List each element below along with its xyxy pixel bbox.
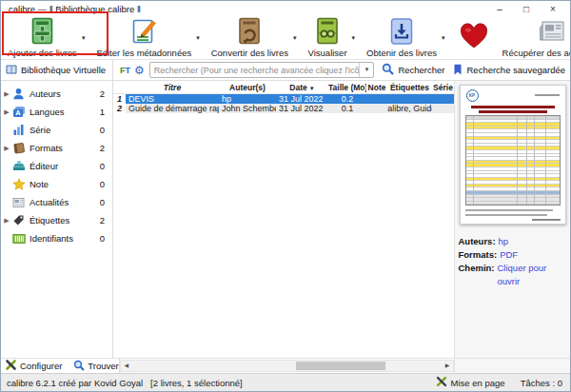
sidebar-item-news[interactable]: Actualités0 <box>1 193 112 211</box>
search-history-dropdown[interactable]: ▼ <box>359 63 373 77</box>
dropdown-arrow-icon[interactable]: ▾ <box>293 34 297 42</box>
expand-arrow-icon[interactable]: ▶ <box>3 217 10 225</box>
column-header-Étiquettes[interactable]: Étiquettes <box>387 83 432 92</box>
add-book-icon <box>30 19 55 49</box>
get-books-button-body: Obtenir des livres <box>366 19 437 58</box>
sidebar-item-publisher[interactable]: Éditeur0 <box>1 157 112 175</box>
dropdown-arrow-icon[interactable]: ▾ <box>442 34 445 42</box>
configure-button[interactable]: Configurer <box>5 359 62 373</box>
scrollbar-track[interactable] <box>132 361 442 371</box>
convert-books-button-body: Convertir des livres <box>211 19 288 58</box>
column-header-Auteur(s)[interactable]: Auteur(s) <box>219 83 276 92</box>
main-toolbar: Ajouter des livres▾Editer les métadonnée… <box>1 16 570 60</box>
fetch-news-button-label: Récupérer des actualités <box>502 49 571 58</box>
sidebar-item-authors-label: Auteurs <box>30 88 61 99</box>
svg-text:A: A <box>15 108 21 117</box>
fetch-news-button[interactable]: Récupérer des actualités▾ <box>498 16 571 59</box>
maximize-icon[interactable]: □ <box>513 3 540 15</box>
search-input[interactable]: Rechercher (Pour une recherche avancée c… <box>149 62 375 78</box>
sidebar-item-series[interactable]: Série0 <box>1 121 112 139</box>
formats-link[interactable]: PDF <box>500 248 518 262</box>
configure-label: Configurer <box>20 361 62 371</box>
donate-button[interactable] <box>452 16 496 59</box>
get-books-button[interactable]: Obtenir des livres▾ <box>362 16 449 59</box>
dropdown-arrow-icon[interactable]: ▾ <box>352 34 356 42</box>
path-link[interactable]: Cliquer pour ouvrir <box>498 262 567 288</box>
edit-metadata-button[interactable]: Editer les métadonnées▾ <box>91 16 204 59</box>
sidebar-item-formats-label: Formats <box>30 143 63 153</box>
convert-books-button[interactable]: Convertir des livres▾ <box>207 16 302 59</box>
sidebar-item-languages[interactable]: ▶ALangues1 <box>1 103 112 121</box>
news-small-icon <box>10 197 27 208</box>
dropdown-arrow-icon[interactable]: ▾ <box>196 34 200 42</box>
add-books-button[interactable]: Ajouter des livres▾ <box>3 16 89 59</box>
expand-arrow-icon[interactable]: ▶ <box>3 90 10 98</box>
sidebar-item-publisher-count: 0 <box>100 161 105 171</box>
sidebar-item-identifiers[interactable]: Identifiants0 <box>1 229 112 247</box>
column-header-Note[interactable]: Note <box>366 83 387 92</box>
series-icon <box>10 124 27 136</box>
window-controls: – □ × <box>486 3 566 15</box>
edit-metadata-button-label: Editer les métadonnées <box>96 49 191 58</box>
edit-metadata-button-body: Editer les métadonnées <box>96 19 191 58</box>
sidebar-item-tags-count: 2 <box>100 215 105 225</box>
book-cover-preview[interactable]: KP <box>460 85 566 225</box>
jobs-button[interactable]: Tâches : 0 <box>521 378 562 388</box>
sidebar-item-publisher-label: Éditeur <box>30 161 58 171</box>
sidebar-item-tags[interactable]: ▶Étiquettes2 <box>1 211 112 229</box>
news-icon <box>537 19 568 49</box>
sidebar-item-series-label: Série <box>30 125 50 135</box>
expand-arrow-icon[interactable]: ▶ <box>3 108 10 116</box>
fulltext-search-button[interactable]: FT <box>120 66 130 75</box>
sidebar-item-rating[interactable]: Note0 <box>1 175 112 193</box>
layout-button[interactable]: Mise en page <box>436 376 505 389</box>
table-row[interactable]: 2Guide de démarrage rapideJohn Schember3… <box>113 104 454 113</box>
sidebar-item-rating-count: 0 <box>100 179 105 189</box>
close-icon[interactable]: × <box>540 3 566 15</box>
cover-signature-line <box>532 219 561 221</box>
column-header-Taille (Mo)[interactable]: Taille (Mo) <box>328 83 366 92</box>
sidebar-item-identifiers-label: Identifiants <box>30 233 73 244</box>
fetch-news-button-body: Récupérer des actualités <box>502 19 571 58</box>
convert-book-icon <box>236 17 263 49</box>
donate-heart-icon <box>457 22 491 54</box>
expand-arrow-icon[interactable]: ▶ <box>3 145 10 152</box>
cell-tags <box>387 94 432 104</box>
book-list-header: TitreAuteur(s)Date▼Taille (Mo)NoteÉtique… <box>113 81 454 94</box>
tag-browser: ▶Auteurs2▶ALangues1Série0▶Formats2Éditeu… <box>1 81 113 358</box>
table-row[interactable]: 1DEVIShp31 Jul 20220.2 <box>113 94 454 104</box>
sidebar-item-identifiers-count: 0 <box>100 233 105 244</box>
scroll-right-icon[interactable]: ▶ <box>442 361 453 371</box>
find-button[interactable]: Trouver <box>73 360 118 373</box>
sidebar-item-formats[interactable]: ▶Formats2 <box>1 139 112 157</box>
donate-button-body <box>457 24 491 53</box>
horizontal-scrollbar[interactable]: ◀ ▶ <box>120 360 454 372</box>
main-area: ▶Auteurs2▶ALangues1Série0▶Formats2Éditeu… <box>1 81 570 358</box>
cell-series <box>432 104 454 113</box>
edit-metadata-icon <box>129 17 159 49</box>
gear-icon[interactable]: ⚙ <box>134 65 145 76</box>
cell-size: 0.2 <box>328 94 366 104</box>
get-books-icon <box>388 19 415 49</box>
sidebar-item-authors[interactable]: ▶Auteurs2 <box>1 85 112 103</box>
column-header-Date[interactable]: Date▼ <box>276 83 328 92</box>
dropdown-arrow-icon[interactable]: ▾ <box>82 34 86 42</box>
cell-date: 31 Jul 2022 <box>276 104 328 113</box>
search-icon <box>382 63 394 77</box>
virtual-library-button[interactable]: Bibliothèque Virtuelle <box>1 60 113 80</box>
scroll-left-icon[interactable]: ◀ <box>121 361 132 371</box>
authors-link[interactable]: hp <box>499 235 509 248</box>
bookmark-icon <box>453 64 463 77</box>
cell-size: 0.1 <box>328 104 366 113</box>
minimize-icon[interactable]: – <box>486 3 513 15</box>
view-button[interactable]: Visualiser▾ <box>304 16 361 59</box>
row-number: 2 <box>113 104 126 113</box>
identifiers-icon <box>10 233 27 245</box>
search-button[interactable]: Rechercher <box>382 63 444 77</box>
cell-title: DEVIS <box>126 94 219 104</box>
scrollbar-thumb[interactable] <box>296 362 385 370</box>
saved-search-button[interactable]: Recherche sauvegardée <box>453 64 565 77</box>
column-header-Série[interactable]: Série <box>432 83 454 92</box>
column-header-Titre[interactable]: Titre <box>126 83 219 92</box>
search-placeholder: Rechercher (Pour une recherche avancée c… <box>150 66 360 75</box>
